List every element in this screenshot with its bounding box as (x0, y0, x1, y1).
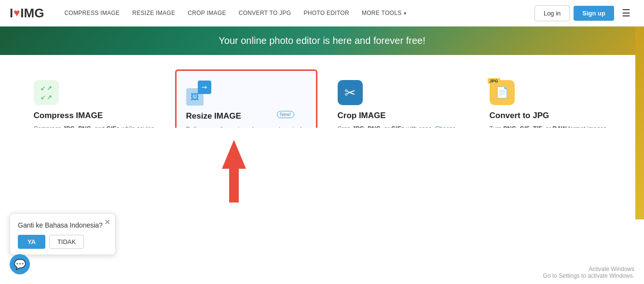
right-gold-bar (635, 27, 644, 128)
logo-heart: ♥ (14, 7, 20, 19)
promo-banner: Your online photo editor is here and for… (0, 27, 644, 55)
compress-icon: ↙ ↗ ↙ ↗ (34, 80, 59, 105)
tool-card-compress[interactable]: ↙ ↗ ↙ ↗ Compress IMAGE Compress JPG, PNG… (23, 69, 165, 128)
hamburger-menu-icon[interactable]: ☰ (618, 7, 634, 19)
login-button[interactable]: Log in (534, 5, 570, 21)
tool-card-crop[interactable]: ✂ Crop IMAGE Crop JPG, PNG, or GIFs with… (327, 69, 469, 128)
resize-image-icon: 🖼 (191, 92, 199, 102)
more-tools-arrow-icon: ▾ (404, 11, 406, 16)
resize-icon: 🖼 ↗ (186, 81, 211, 106)
nav-crop-image[interactable]: CROP IMAGE (182, 0, 232, 27)
resize-title: Resize IMAGE (186, 111, 306, 121)
nav-more-tools[interactable]: MORE TOOLS ▾ (356, 0, 412, 27)
header-actions: Log in Sign up ☰ (534, 5, 634, 21)
logo[interactable]: I ♥ IMG (10, 6, 44, 21)
tool-card-convert-to-jpg[interactable]: 📄 JPG Convert to JPG Turn PNG, GIF, TIF,… (479, 69, 621, 128)
convert-to-jpg-icon: 📄 JPG (490, 80, 515, 105)
nav-photo-editor[interactable]: PHOTO EDITOR (298, 0, 355, 27)
resize-arrow-icon: ↗ (200, 82, 209, 92)
banner-text: Your online photo editor is here and for… (219, 35, 425, 46)
logo-i: I (10, 6, 13, 21)
main-content: ↙ ↗ ↙ ↗ Compress IMAGE Compress JPG, PNG… (9, 55, 636, 128)
main-nav: COMPRESS IMAGE RESIZE IMAGE CROP IMAGE C… (58, 0, 534, 27)
compress-desc: Compress JPG, PNG, and GIFs while saving… (34, 124, 155, 128)
tools-grid: ↙ ↗ ↙ ↗ Compress IMAGE Compress JPG, PNG… (23, 69, 621, 128)
nav-convert-to-jpg[interactable]: CONVERT TO JPG (233, 0, 297, 27)
convert-to-jpg-desc: Turn PNG, GIF, TIF, or RAW format images… (490, 124, 611, 128)
crop-title: Crop IMAGE (338, 111, 459, 121)
jpg-badge: JPG (488, 78, 500, 84)
compress-title: Compress IMAGE (34, 111, 155, 121)
nav-compress-image[interactable]: COMPRESS IMAGE (58, 0, 125, 27)
header: I ♥ IMG COMPRESS IMAGE RESIZE IMAGE CROP… (0, 0, 644, 27)
logo-img: IMG (20, 6, 44, 21)
tool-card-resize[interactable]: 🖼 ↗ Resize IMAGE Define your dimensions,… (175, 69, 317, 128)
crop-desc: Crop JPG, PNG, or GIFs with ease. Choose… (338, 124, 459, 128)
resize-desc: Define your dimensions, by percent or pi… (186, 125, 306, 128)
signup-button[interactable]: Sign up (574, 6, 614, 21)
more-tools-label: MORE TOOLS (362, 10, 402, 16)
crop-icon: ✂ (338, 80, 363, 105)
nav-resize-image[interactable]: RESIZE IMAGE (126, 0, 181, 27)
convert-to-jpg-title: Convert to JPG (490, 111, 611, 121)
